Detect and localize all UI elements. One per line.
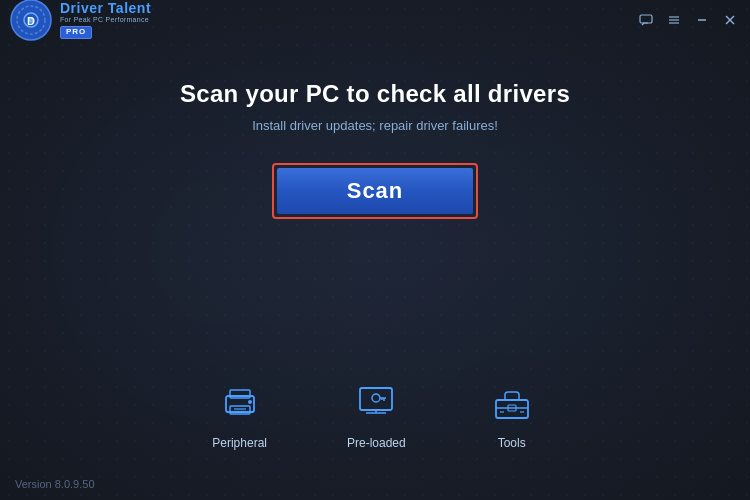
app-window: D Driver Talent For Peak PC Performance …: [0, 0, 750, 500]
logo-title: Driver Talent: [60, 1, 151, 16]
menu-button[interactable]: [664, 10, 684, 30]
svg-point-21: [372, 394, 380, 402]
svg-point-17: [248, 400, 252, 404]
logo-area: D Driver Talent For Peak PC Performance …: [10, 0, 151, 41]
peripheral-icon: [216, 378, 264, 426]
peripheral-label: Peripheral: [212, 436, 267, 450]
tools-item[interactable]: Tools: [486, 376, 538, 450]
chat-button[interactable]: [636, 10, 656, 30]
svg-rect-25: [496, 400, 528, 418]
preloaded-item[interactable]: Pre-loaded: [347, 376, 406, 450]
close-button[interactable]: [720, 10, 740, 30]
logo-icon: D: [10, 0, 52, 41]
title-bar: D Driver Talent For Peak PC Performance …: [0, 0, 750, 40]
svg-rect-5: [640, 15, 652, 23]
subline: Install driver updates; repair driver fa…: [252, 118, 498, 133]
preloaded-label: Pre-loaded: [347, 436, 406, 450]
window-controls: [636, 10, 740, 30]
scan-button-wrapper: Scan: [272, 163, 479, 219]
logo-subtitle: For Peak PC Performance: [60, 16, 151, 24]
logo-text: Driver Talent For Peak PC Performance PR…: [60, 1, 151, 39]
chat-icon: [639, 13, 653, 27]
minimize-button[interactable]: [692, 10, 712, 30]
bottom-icons: Peripheral Pre-loaded: [0, 376, 750, 450]
svg-rect-18: [360, 388, 392, 410]
preloaded-icon: [352, 378, 400, 426]
close-icon: [723, 13, 737, 27]
peripheral-icon-box: [214, 376, 266, 428]
menu-icon: [667, 13, 681, 27]
tools-icon: [488, 378, 536, 426]
svg-text:D: D: [27, 15, 35, 27]
scan-button[interactable]: Scan: [277, 168, 474, 214]
headline: Scan your PC to check all drivers: [180, 80, 570, 108]
tools-label: Tools: [498, 436, 526, 450]
peripheral-item[interactable]: Peripheral: [212, 376, 267, 450]
version-text: Version 8.0.9.50: [15, 478, 95, 490]
minimize-icon: [695, 13, 709, 27]
tools-icon-box: [486, 376, 538, 428]
preloaded-icon-box: [350, 376, 402, 428]
pro-badge: PRO: [60, 26, 92, 39]
main-content: Scan your PC to check all drivers Instal…: [0, 50, 750, 279]
